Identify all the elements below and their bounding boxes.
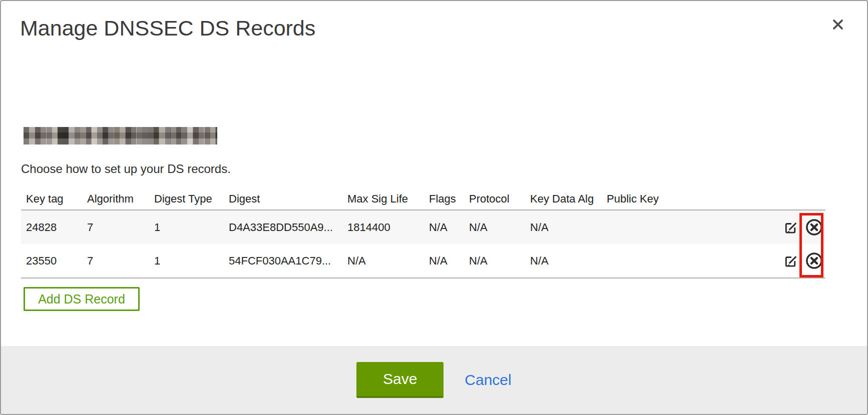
cell-key-data-alg: N/A (525, 210, 602, 244)
col-key-tag: Key tag (21, 185, 82, 210)
col-max-sig-life: Max Sig Life (342, 185, 424, 210)
redacted-domain-name (24, 127, 217, 144)
cell-protocol: N/A (464, 210, 525, 244)
ds-records-table: Key tag Algorithm Digest Type Digest Max… (21, 185, 825, 278)
cell-public-key (602, 210, 737, 244)
add-ds-record-button[interactable]: Add DS Record (24, 287, 140, 311)
cell-flags: N/A (424, 244, 464, 278)
manage-dnssec-modal: Manage DNSSEC DS Records Choose how to s… (0, 0, 868, 415)
cell-algorithm: 7 (82, 210, 149, 244)
cell-max-sig-life: N/A (342, 244, 424, 278)
cell-key-data-alg: N/A (525, 244, 602, 278)
cell-actions (737, 210, 825, 244)
cell-key-tag: 23550 (21, 244, 82, 278)
col-digest: Digest (224, 185, 342, 210)
cell-max-sig-life: 1814400 (342, 210, 424, 244)
table-row: 23550 7 1 54FCF030AA1C79... N/A N/A N/A … (21, 244, 825, 278)
col-public-key: Public Key (602, 185, 737, 210)
cell-flags: N/A (424, 210, 464, 244)
edit-icon[interactable] (783, 253, 798, 268)
save-button[interactable]: Save (356, 362, 444, 398)
cancel-link[interactable]: Cancel (465, 372, 511, 388)
cell-protocol: N/A (464, 244, 525, 278)
cell-digest: 54FCF030AA1C79... (224, 244, 342, 278)
cell-digest: D4A33E8DD550A9... (224, 210, 342, 244)
col-flags: Flags (424, 185, 464, 210)
delete-x-circle-icon[interactable] (805, 218, 823, 236)
cell-digest-type: 1 (149, 244, 224, 278)
col-key-data-alg: Key Data Alg (525, 185, 602, 210)
cell-digest-type: 1 (149, 210, 224, 244)
cell-algorithm: 7 (82, 244, 149, 278)
subtitle: Choose how to set up your DS records. (21, 162, 231, 176)
table-row: 24828 7 1 D4A33E8DD550A9... 1814400 N/A … (21, 210, 825, 244)
modal-footer: Save Cancel (1, 346, 867, 414)
cell-public-key (602, 244, 737, 278)
close-icon[interactable] (828, 14, 848, 34)
col-actions (737, 185, 825, 210)
table-header-row: Key tag Algorithm Digest Type Digest Max… (21, 185, 825, 210)
page-title: Manage DNSSEC DS Records (20, 16, 315, 40)
cell-actions (737, 244, 825, 278)
col-digest-type: Digest Type (149, 185, 224, 210)
col-algorithm: Algorithm (82, 185, 149, 210)
col-protocol: Protocol (464, 185, 525, 210)
cell-key-tag: 24828 (21, 210, 82, 244)
delete-x-circle-icon[interactable] (805, 252, 823, 270)
edit-icon[interactable] (783, 220, 798, 235)
